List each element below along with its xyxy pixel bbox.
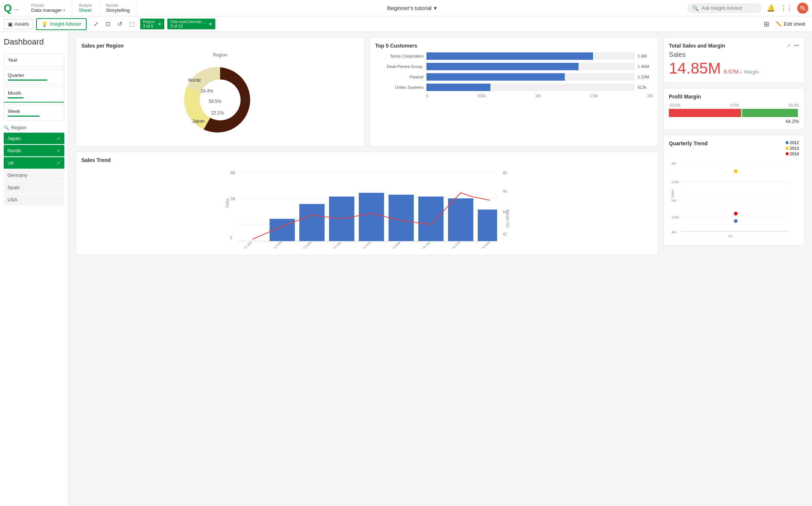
main-content: Sales per Region Region (68, 32, 812, 506)
region-nordic-label: Nordic (7, 148, 22, 153)
app-title[interactable]: Beginner's tutorial ▾ (387, 5, 437, 12)
select-icon-btn[interactable]: ⊡ (103, 19, 113, 29)
main-layout: Dashboard Year Quarter Month Week 🔍 Regi… (0, 32, 812, 506)
svg-text:6M: 6M (671, 162, 676, 165)
bar-label-tandy: Tandy Corporation (375, 54, 423, 58)
search-icon: 🔍 (692, 5, 699, 11)
right-column: Total Sales and Margin ⤢ ••• Sales 14.85… (663, 37, 805, 255)
month-filter[interactable]: Month (4, 87, 64, 103)
region-japan[interactable]: Japan ✓ (4, 133, 64, 144)
nav-right: 🔍 🔔 ⋮⋮ TL (687, 3, 808, 14)
week-filter[interactable]: Week (4, 105, 64, 120)
edit-sheet-label: Edit sheet (784, 21, 805, 27)
kpi-expand-icons: ⤢ ••• (787, 43, 799, 48)
bar-2014-feb (448, 198, 473, 241)
region-usa[interactable]: USA (4, 194, 64, 205)
region-filter-chip[interactable]: Region 3 of 6 ✕ (140, 19, 165, 29)
legend-2013: 2013 (786, 146, 799, 150)
region-spain[interactable]: Spain (4, 182, 64, 193)
insight-advisor-button[interactable]: 💡 Insight Advisor (36, 18, 87, 30)
bar-track-deak (426, 63, 635, 70)
date-filter-label: Date.autoCalendar.... (170, 20, 206, 24)
prepare-dropdown-arrow[interactable]: ▾ (63, 8, 65, 12)
nordic-label: Nordic (188, 78, 201, 83)
total-sales-card: Total Sales and Margin ⤢ ••• Sales 14.85… (663, 37, 805, 83)
bar-track-paracel (426, 73, 635, 81)
sales-per-region-title: Sales per Region (81, 43, 359, 49)
region-uk[interactable]: UK ✓ (4, 157, 64, 169)
svg-text:0: 0 (230, 236, 232, 240)
uk-pct: 59.5% (209, 99, 222, 104)
quarter-slider (8, 80, 47, 81)
nav-narrate[interactable]: Narrate Storytelling (99, 0, 137, 16)
svg-text:5M: 5M (671, 199, 676, 202)
region-germany-label: Germany (7, 172, 27, 178)
bar-value-paracel: 1.33M (638, 75, 652, 79)
region-spain-label: Spain (7, 185, 20, 190)
edit-sheet-button[interactable]: ✏️ Edit sheet (773, 20, 808, 28)
legend-dot-2012 (786, 141, 789, 144)
toolbar-icons: ⤢ ⊡ ↺ ⬚ (91, 19, 137, 29)
bar-value-tandy: 1.6M (638, 54, 652, 58)
bell-icon[interactable]: 🔔 (767, 4, 775, 12)
second-nav-right: ⊞ ✏️ Edit sheet (764, 20, 808, 28)
menu-dots[interactable]: ... (14, 4, 19, 12)
app-logo[interactable]: Q ... (4, 3, 19, 13)
nav-prepare[interactable]: Prepare Data manager ▾ (25, 0, 72, 16)
nav-analyze-label: Analyze (79, 3, 92, 7)
legend-2012: 2012 (786, 140, 799, 145)
region-filter-close[interactable]: ✕ (158, 22, 161, 27)
nav-narrate-title: Storytelling (106, 7, 130, 13)
undo-icon-btn[interactable]: ↺ (115, 19, 125, 29)
search-input[interactable] (702, 5, 756, 11)
donut-chart-container: Region UK (81, 52, 359, 141)
legend-2014: 2014 (786, 152, 799, 156)
layout-grid-icon[interactable]: ⊞ (764, 20, 769, 28)
axis-1-5m: 1.5M (590, 94, 598, 98)
bar-label-deak: Deak-Perera Group. (375, 64, 423, 69)
quarterly-trend-card: Quarterly Trend 2012 2013 (663, 135, 805, 246)
bar-value-unitec: 613k (638, 85, 652, 90)
expand-icon[interactable]: ⤢ (787, 43, 791, 48)
svg-text:2014-Jan: 2014-Jan (419, 240, 431, 249)
nav-analyze[interactable]: Analyze Sheet (72, 0, 99, 16)
svg-text:4M: 4M (671, 230, 676, 234)
month-slider (8, 97, 23, 98)
uk-check: ✓ (57, 160, 61, 166)
svg-text:2014-Feb: 2014-Feb (448, 240, 461, 249)
quarter-filter[interactable]: Quarter (4, 69, 64, 84)
axis-0: 0 (426, 94, 429, 98)
insight-advisor-label: Insight Advisor (50, 21, 81, 27)
search-small-icon: 🔍 (4, 125, 9, 130)
lasso-icon-btn[interactable]: ⬚ (127, 19, 137, 29)
legend-label-2014: 2014 (790, 152, 799, 156)
legend-label-2013: 2013 (790, 146, 799, 150)
bar-row-deak: Deak-Perera Group. 1.46M (375, 63, 652, 70)
sales-trend-card: Sales Trend 4M 2M 0 48 46 44 42 (76, 152, 658, 255)
bar-2012-mar (299, 204, 325, 241)
more-icon[interactable]: ••• (794, 43, 799, 48)
grid-apps-icon[interactable]: ⋮⋮ (780, 4, 792, 12)
pm-axis-right: 50.0% (789, 103, 799, 107)
scatter-2013 (734, 169, 738, 173)
margin-value-inline: 6.57M • (724, 69, 741, 75)
expand-icon-btn[interactable]: ⤢ (91, 19, 102, 29)
avatar[interactable]: TL (797, 3, 808, 14)
bar-row-unitec: Unitec Systems 613k (375, 84, 652, 91)
svg-text:Sales: Sales (671, 189, 674, 198)
bar-track-unitec (426, 84, 635, 91)
bar-axis: 0 500k 1M 1.5M 2M (426, 94, 652, 98)
pm-bar-red (669, 109, 741, 117)
legend-dot-2013 (786, 147, 789, 150)
nav-prepare-title: Data manager ▾ (31, 7, 65, 13)
year-filter[interactable]: Year (4, 53, 64, 67)
date-filter-chip[interactable]: Date.autoCalendar.... 3 of 12 ✕ (167, 19, 215, 29)
region-germany[interactable]: Germany (4, 169, 64, 181)
assets-button[interactable]: ▣ Assets (4, 19, 33, 29)
margin-dot: • (740, 70, 741, 74)
search-bar[interactable]: 🔍 (687, 3, 761, 13)
total-sales-title: Total Sales and Margin (669, 43, 725, 49)
date-filter-close[interactable]: ✕ (209, 22, 212, 27)
second-navigation: ▣ Assets 💡 Insight Advisor ⤢ ⊡ ↺ ⬚ Regio… (0, 16, 812, 32)
region-nordic[interactable]: Nordic ✓ (4, 145, 64, 156)
